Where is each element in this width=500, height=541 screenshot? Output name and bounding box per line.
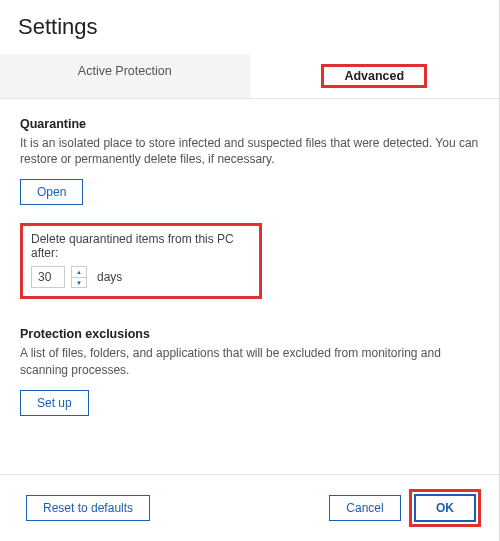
cancel-button[interactable]: Cancel [329,495,401,521]
highlight-annotation: Advanced [321,64,427,88]
tab-label: Active Protection [78,64,172,78]
highlight-annotation: OK [409,489,481,527]
exclusions-description: A list of files, folders, and applicatio… [20,345,479,377]
tabs: Active Protection Advanced [0,54,499,99]
stepper-up-icon[interactable]: ▲ [72,267,86,278]
reset-defaults-button[interactable]: Reset to defaults [26,495,150,521]
stepper-down-icon[interactable]: ▼ [72,278,86,288]
delete-after-control: ▲ ▼ days [31,266,249,288]
days-label: days [97,270,122,284]
quarantine-description: It is an isolated place to store infecte… [20,135,479,167]
open-button[interactable]: Open [20,179,83,205]
exclusions-title: Protection exclusions [20,327,479,341]
page-title: Settings [0,0,499,54]
delete-after-label: Delete quarantined items from this PC af… [31,232,249,260]
section-exclusions: Protection exclusions A list of files, f… [20,327,479,415]
tab-active-protection[interactable]: Active Protection [0,54,250,98]
ok-button[interactable]: OK [414,494,476,522]
setup-button[interactable]: Set up [20,390,89,416]
section-quarantine: Quarantine It is an isolated place to st… [20,117,479,299]
footer: Reset to defaults Cancel OK [0,474,499,541]
tab-label: Advanced [344,69,404,83]
content-area: Quarantine It is an isolated place to st… [0,99,499,416]
quarantine-title: Quarantine [20,117,479,131]
highlight-annotation: Delete quarantined items from this PC af… [20,223,262,299]
quantity-stepper: ▲ ▼ [71,266,87,288]
tab-advanced[interactable]: Advanced [250,54,500,98]
delete-days-input[interactable] [31,266,65,288]
